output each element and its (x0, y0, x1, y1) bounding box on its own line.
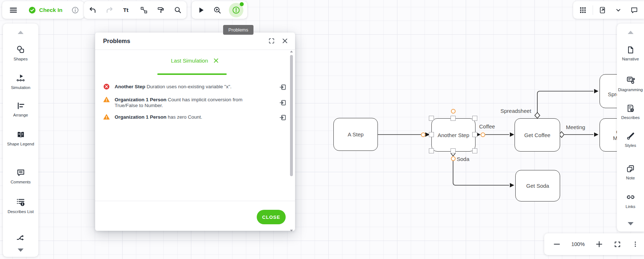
edge-label-coffee[interactable]: Coffee (479, 123, 495, 130)
dialog-expand-button[interactable] (268, 37, 275, 44)
shape-legend-book-icon (16, 130, 26, 139)
close-button[interactable]: CLOSE (257, 210, 286, 224)
node-get-coffee[interactable]: Get Coffee (515, 118, 560, 152)
problem-row[interactable]: Another Step Duration uses non-existing … (103, 83, 249, 90)
scrollbar-down-arrow[interactable] (290, 230, 293, 232)
selection-handle[interactable] (451, 116, 456, 121)
arrowhead (594, 89, 598, 93)
text-tool-button[interactable]: Tt (118, 2, 135, 18)
zoom-level[interactable]: 100% (571, 241, 585, 247)
more-options-button[interactable] (632, 241, 639, 248)
styles-pen-icon (626, 132, 635, 141)
minus-icon (553, 240, 561, 248)
export-options-dropdown[interactable] (612, 2, 624, 18)
run-simulation-button[interactable] (194, 2, 208, 18)
sidebar-item-note[interactable]: Note (617, 164, 644, 181)
format-painter-button[interactable] (153, 2, 169, 18)
connection-point[interactable] (451, 156, 456, 161)
align-left-icon (16, 101, 25, 110)
sidebar-item-arrange[interactable]: Arrange (3, 101, 38, 118)
zoom-toolbar: 100% (544, 233, 644, 255)
fit-to-screen-button[interactable] (614, 241, 621, 248)
selection-handle[interactable] (451, 148, 456, 153)
go-to-problem-button[interactable] (279, 114, 287, 122)
export-document-button[interactable] (596, 2, 609, 18)
problem-row[interactable]: Organization 1 Person Count has implicit… (103, 96, 249, 108)
warning-icon (103, 114, 110, 120)
node-another-step[interactable]: Another Step (431, 118, 475, 152)
step-simulation-button[interactable] (210, 2, 225, 18)
zoom-out-button[interactable] (553, 240, 561, 248)
dialog-scrollbar[interactable] (290, 51, 293, 200)
tab-close-icon[interactable] (213, 58, 219, 64)
describes-icon (626, 104, 635, 113)
dialog-close-icon-button[interactable] (281, 37, 289, 44)
problems-button[interactable] (229, 3, 243, 17)
info-button[interactable] (69, 2, 81, 18)
problems-dialog: Problems Last Simulation Another Step Du… (95, 33, 295, 231)
play-icon (197, 6, 205, 14)
problems-tooltip: Problems (223, 25, 253, 35)
sidebar-item-simulation[interactable]: Simulation (3, 73, 38, 90)
simulation-icon (16, 73, 25, 83)
edge-label-meeting[interactable]: Meeting (566, 124, 585, 130)
selection-handle[interactable] (429, 148, 434, 153)
problem-text: Another Step Duration uses non-existing … (115, 83, 249, 90)
toolbar-edit: Tt (84, 1, 187, 19)
edge-label-spreadsheet[interactable]: Spreadsheet (500, 108, 531, 114)
error-icon (103, 83, 110, 90)
sidebar-item-flow[interactable] (3, 233, 38, 242)
undo-icon (89, 6, 97, 14)
edge-anotherstep-getsoda (453, 160, 509, 185)
svg-text:Tt: Tt (123, 7, 129, 13)
apps-grid-button[interactable] (576, 2, 590, 18)
sidebar-item-shape-legend[interactable]: Shape Legend (3, 130, 38, 147)
sidebar-scroll-down[interactable] (628, 222, 634, 225)
scrollbar-up-arrow[interactable] (290, 51, 293, 52)
hamburger-icon (9, 6, 18, 14)
selection-handle[interactable] (472, 132, 477, 137)
sidebar-item-narrative[interactable]: Narrative (617, 46, 644, 61)
zoom-in-button[interactable] (595, 240, 603, 248)
connection-point[interactable] (421, 132, 426, 137)
sidebar-item-links[interactable]: Links (617, 192, 644, 209)
sidebar-item-shapes[interactable]: Shapes (3, 45, 38, 61)
plus-icon (595, 240, 603, 248)
goto-icon (279, 114, 287, 122)
right-sidebar: Narrative Diagramming Describes Styles N… (617, 24, 644, 232)
search-button[interactable] (170, 2, 186, 18)
edge-label-soda[interactable]: Soda (457, 156, 469, 162)
connector-tool-button[interactable] (136, 2, 152, 18)
sidebar-item-diagramming[interactable]: Diagramming (617, 76, 644, 92)
selection-handle[interactable] (429, 116, 434, 121)
sidebar-scroll-up[interactable] (18, 31, 24, 34)
connection-point[interactable] (481, 132, 485, 137)
check-in-button[interactable]: Check In (26, 6, 65, 14)
diamond-connector (535, 112, 540, 118)
kebab-menu-icon (632, 241, 639, 248)
sidebar-scroll-down[interactable] (18, 249, 24, 252)
go-to-problem-button[interactable] (279, 83, 287, 91)
chevron-down-icon (615, 7, 622, 14)
undo-button[interactable] (84, 2, 101, 18)
sidebar-item-describes[interactable]: Describes (617, 104, 644, 120)
goto-icon (279, 99, 287, 107)
scrollbar-thumb[interactable] (290, 55, 293, 176)
info-icon (71, 6, 79, 14)
sidebar-item-describes-list[interactable]: Describes List (3, 198, 38, 214)
sidebar-item-comments[interactable]: Comments (3, 168, 38, 184)
selection-handle[interactable] (472, 148, 477, 153)
node-get-soda[interactable]: Get Soda (515, 170, 560, 201)
node-a-step[interactable]: A Step (333, 118, 378, 151)
tab-last-simulation[interactable]: Last Simulation (95, 58, 295, 64)
go-to-problem-button[interactable] (279, 99, 287, 107)
sidebar-item-styles[interactable]: Styles (617, 132, 644, 148)
comments-toggle-button[interactable] (627, 2, 641, 18)
redo-button[interactable] (101, 2, 118, 18)
selection-handle[interactable] (472, 116, 477, 121)
sidebar-scroll-up[interactable] (628, 31, 634, 34)
hamburger-menu-button[interactable] (5, 2, 22, 18)
selection-handle[interactable] (429, 132, 434, 137)
problem-row[interactable]: Organization 1 Person has zero Count. (103, 114, 249, 120)
connection-point[interactable] (451, 109, 456, 114)
